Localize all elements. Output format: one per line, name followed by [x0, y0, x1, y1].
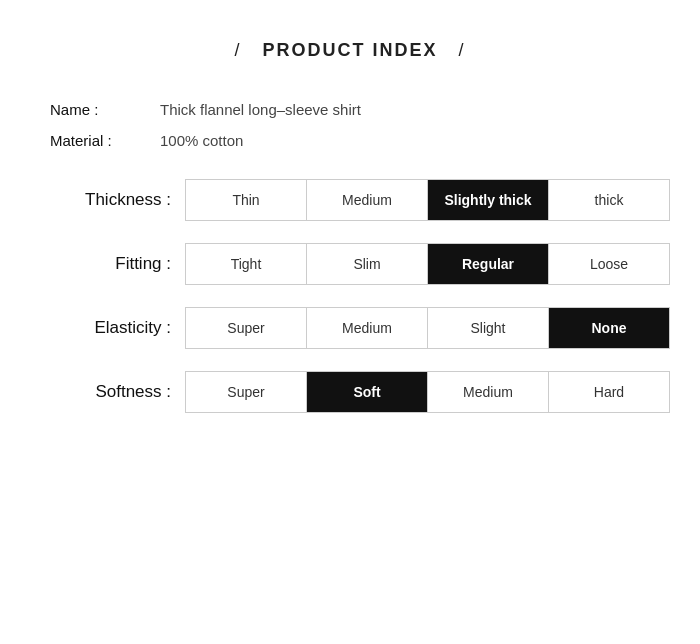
option-2-0[interactable]: Super [186, 308, 307, 348]
page-title: PRODUCT INDEX [262, 40, 437, 60]
index-row-3: Softness :SuperSoftMediumHard [30, 371, 670, 413]
option-1-2[interactable]: Regular [428, 244, 549, 284]
option-2-3[interactable]: None [549, 308, 669, 348]
option-0-0[interactable]: Thin [186, 180, 307, 220]
options-group-1: TightSlimRegularLoose [185, 243, 670, 285]
index-row-0: Thickness :ThinMediumSlightly thickthick [30, 179, 670, 221]
option-2-2[interactable]: Slight [428, 308, 549, 348]
options-group-2: SuperMediumSlightNone [185, 307, 670, 349]
option-0-2[interactable]: Slightly thick [428, 180, 549, 220]
option-0-1[interactable]: Medium [307, 180, 428, 220]
index-row-2: Elasticity :SuperMediumSlightNone [30, 307, 670, 349]
option-1-1[interactable]: Slim [307, 244, 428, 284]
name-value: Thick flannel long–sleeve shirt [160, 101, 361, 118]
right-slash: / [459, 40, 466, 60]
option-3-0[interactable]: Super [186, 372, 307, 412]
index-label-1: Fitting : [30, 254, 185, 274]
info-section: Name : Thick flannel long–sleeve shirt M… [50, 101, 670, 149]
option-3-2[interactable]: Medium [428, 372, 549, 412]
name-row: Name : Thick flannel long–sleeve shirt [50, 101, 670, 118]
left-slash: / [234, 40, 241, 60]
material-row: Material : 100% cotton [50, 132, 670, 149]
option-2-1[interactable]: Medium [307, 308, 428, 348]
index-section: Thickness :ThinMediumSlightly thickthick… [30, 179, 670, 413]
option-1-3[interactable]: Loose [549, 244, 669, 284]
option-1-0[interactable]: Tight [186, 244, 307, 284]
option-3-3[interactable]: Hard [549, 372, 669, 412]
index-label-3: Softness : [30, 382, 185, 402]
option-3-1[interactable]: Soft [307, 372, 428, 412]
options-group-0: ThinMediumSlightly thickthick [185, 179, 670, 221]
name-label: Name : [50, 101, 160, 118]
options-group-3: SuperSoftMediumHard [185, 371, 670, 413]
material-value: 100% cotton [160, 132, 243, 149]
index-label-0: Thickness : [30, 190, 185, 210]
index-label-2: Elasticity : [30, 318, 185, 338]
page: / PRODUCT INDEX / Name : Thick flannel l… [0, 0, 700, 475]
option-0-3[interactable]: thick [549, 180, 669, 220]
index-row-1: Fitting :TightSlimRegularLoose [30, 243, 670, 285]
material-label: Material : [50, 132, 160, 149]
page-header: / PRODUCT INDEX / [30, 40, 670, 61]
